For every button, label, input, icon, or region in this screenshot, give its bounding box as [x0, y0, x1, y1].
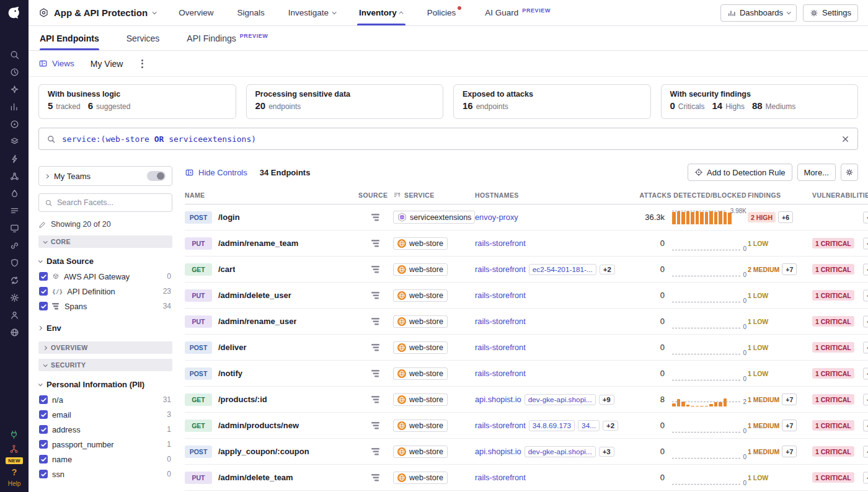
finding-badge-medium[interactable]: 1 MEDIUM	[748, 446, 779, 457]
endpoint-path[interactable]: /login	[218, 213, 240, 222]
datadog-logo-icon[interactable]	[6, 5, 22, 23]
column-header-name[interactable]: NAME	[185, 191, 358, 199]
monitors-icon[interactable]	[9, 222, 20, 234]
facet-item-ssn[interactable]: ssn0	[38, 467, 172, 481]
endpoint-path[interactable]: /notify	[218, 369, 242, 378]
vulnerability-badge-critical[interactable]: 1 CRITICAL	[812, 446, 854, 457]
nav-item-ai-guard[interactable]: AI GuardPREVIEW	[473, 0, 562, 25]
vulnerability-overflow-pill[interactable]: +	[863, 289, 868, 301]
finding-badge-more[interactable]: +6	[778, 211, 793, 223]
table-row[interactable]: POST/apply_coupon/:couponweb-storeapi.sh…	[185, 439, 868, 465]
finding-badge-high[interactable]: 2 HIGH	[748, 212, 776, 222]
views-button[interactable]: Views	[38, 59, 74, 68]
current-view[interactable]: My View	[91, 59, 123, 69]
hostname-more-pill[interactable]: +9	[599, 395, 614, 405]
checkbox-checked[interactable]	[39, 302, 48, 310]
checkbox-checked[interactable]	[39, 272, 48, 281]
close-icon[interactable]	[841, 134, 850, 144]
facet-section-core[interactable]: CORE	[38, 235, 172, 248]
endpoint-path[interactable]: /admin/delete_user	[218, 291, 291, 300]
hide-controls-button[interactable]: Hide Controls	[185, 168, 247, 177]
service-pill[interactable]: web-store	[393, 237, 448, 250]
finding-badge-low[interactable]: 1 LOW	[748, 472, 768, 483]
vulnerability-overflow-pill[interactable]: +	[863, 263, 868, 275]
table-row[interactable]: POST/notifyweb-storerails-storefront001 …	[185, 361, 868, 387]
add-detection-rule-button[interactable]: Add to Detection Rule	[688, 164, 792, 181]
settings-button[interactable]: Settings	[803, 4, 858, 22]
nav-item-inventory[interactable]: Inventory	[347, 0, 415, 25]
facet-group-pii[interactable]: Personal Information (PII)	[38, 380, 172, 389]
droplet-icon[interactable]	[9, 188, 20, 199]
table-row[interactable]: PUT/admin/rename_teamweb-storerails-stor…	[185, 231, 868, 257]
checkbox-checked[interactable]	[39, 287, 48, 296]
facet-section-overview[interactable]: OVERVIEW	[38, 341, 172, 354]
table-row[interactable]: GET/products/:idweb-storeapi.shopist.iod…	[185, 387, 868, 413]
my-teams-toggle[interactable]	[147, 171, 166, 181]
table-row[interactable]: GET/admin/products/newweb-storerails-sto…	[185, 413, 868, 439]
facet-item-email[interactable]: email3	[38, 407, 172, 422]
search-input[interactable]: service:(web-store OR serviceextensions)	[38, 128, 858, 150]
metrics-icon[interactable]	[9, 101, 20, 112]
column-header-vulnerabilities[interactable]: VULNERABILITIES	[812, 191, 868, 199]
hostname-pill[interactable]: 34...	[578, 420, 600, 431]
facet-item-address[interactable]: address1	[38, 422, 172, 437]
checkbox-checked[interactable]	[39, 395, 48, 404]
finding-badge-low[interactable]: 1 LOW	[748, 368, 768, 379]
link-icon[interactable]	[9, 240, 20, 251]
column-header-attacks[interactable]: ATTACKS DETECTED/BLOCKED	[637, 191, 748, 199]
facet-search-input[interactable]	[57, 198, 166, 207]
help-icon[interactable]: ?	[12, 467, 17, 477]
finding-badge-medium[interactable]: 1 MEDIUM	[748, 394, 779, 405]
service-pill[interactable]: web-store	[393, 472, 448, 484]
vulnerability-badge-critical[interactable]: 1 CRITICAL	[812, 342, 854, 353]
facet-section-security[interactable]: SECURITY	[38, 359, 172, 371]
network-icon[interactable]	[9, 170, 20, 182]
finding-badge-low[interactable]: 1 LOW	[748, 316, 768, 327]
tab-api-endpoints[interactable]: API Endpoints	[40, 26, 99, 50]
vulnerability-overflow-pill[interactable]: +	[863, 211, 868, 223]
column-header-source[interactable]: SOURCE	[358, 191, 393, 199]
checkbox-checked[interactable]	[39, 425, 48, 434]
hostname-pill[interactable]: ec2-54-201-181-...	[529, 264, 596, 275]
hostname-pill[interactable]: 34.8.69.173	[529, 420, 575, 431]
hostname-link[interactable]: rails-storefront	[475, 265, 526, 274]
finding-badge-medium[interactable]: 1 MEDIUM	[748, 420, 779, 431]
column-header-service[interactable]: SERVICE	[393, 191, 475, 199]
nav-item-policies[interactable]: Policies	[415, 0, 474, 25]
nav-item-signals[interactable]: Signals	[225, 0, 276, 25]
checkbox-checked[interactable]	[39, 470, 48, 478]
nav-item-overview[interactable]: Overview	[167, 0, 225, 25]
table-row[interactable]: GET/cartweb-storerails-storefrontec2-54-…	[185, 257, 868, 283]
support-person-icon[interactable]	[9, 309, 20, 320]
facet-item-api-definition[interactable]: {/}API Definition23	[38, 284, 172, 299]
hostname-link[interactable]: api.shopist.io	[475, 447, 521, 456]
summary-card-processing-sensitive-data[interactable]: Processing sensitive data20endpoints	[246, 84, 444, 119]
finding-badge-more[interactable]: +7	[782, 393, 797, 405]
logs-icon[interactable]	[9, 205, 20, 216]
service-pill[interactable]: web-store	[393, 289, 448, 302]
facet-item-spans[interactable]: Spans34	[38, 299, 172, 314]
facet-showing[interactable]: Showing 20 of 20	[38, 220, 172, 229]
vulnerability-badge-critical[interactable]: 1 CRITICAL	[812, 238, 854, 248]
more-button[interactable]: More...	[797, 164, 836, 181]
vulnerability-overflow-pill[interactable]: +	[863, 472, 868, 483]
finding-badge-more[interactable]: +7	[782, 446, 797, 457]
hostname-link[interactable]: rails-storefront	[475, 317, 526, 326]
vulnerability-overflow-pill[interactable]: +	[863, 341, 868, 353]
vulnerability-overflow-pill[interactable]: +	[863, 237, 868, 249]
facet-group-env[interactable]: Env	[38, 323, 172, 333]
security-shield-icon[interactable]	[9, 257, 20, 268]
summary-card-exposed-to-attacks[interactable]: Exposed to attacks16endpoints	[453, 84, 651, 119]
endpoint-path[interactable]: /apply_coupon/:coupon	[218, 447, 309, 456]
endpoint-path[interactable]: /admin/products/new	[218, 421, 299, 430]
endpoint-path[interactable]: /admin/rename_team	[218, 239, 298, 248]
nav-item-investigate[interactable]: Investigate	[277, 0, 347, 25]
vulnerability-badge-critical[interactable]: 1 CRITICAL	[812, 368, 854, 379]
hostname-pill[interactable]: dev-gke-api.shopi...	[525, 394, 596, 405]
tab-api-findings[interactable]: API FindingsPREVIEW	[187, 26, 268, 50]
summary-card-with-business-logic[interactable]: With business logic5tracked6suggested	[38, 84, 236, 119]
facet-group-data-source[interactable]: Data Source	[38, 257, 172, 266]
hostname-link[interactable]: rails-storefront	[475, 421, 526, 430]
app-switcher[interactable]: App & API Protection	[38, 7, 156, 18]
vulnerability-badge-critical[interactable]: 1 CRITICAL	[812, 472, 854, 483]
